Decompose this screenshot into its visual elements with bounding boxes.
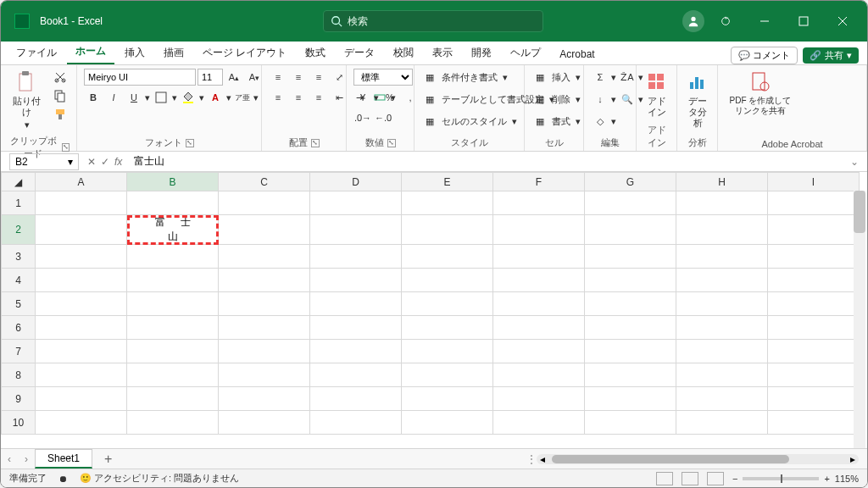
sheet-tab[interactable]: Sheet1: [35, 449, 92, 469]
find-button[interactable]: 🔍: [618, 91, 637, 108]
zoom-in-button[interactable]: +: [824, 474, 829, 484]
normal-view-button[interactable]: [656, 472, 673, 485]
tab-draw[interactable]: 描画: [155, 42, 192, 64]
data-analysis-button[interactable]: データ分析: [684, 69, 711, 131]
tab-view[interactable]: 表示: [424, 42, 461, 64]
row-header[interactable]: 9: [2, 387, 36, 411]
autosum-button[interactable]: Σ: [591, 69, 609, 86]
account-icon[interactable]: [682, 10, 704, 32]
tab-acrobat[interactable]: Acrobat: [551, 44, 603, 64]
align-center-button[interactable]: ≡: [289, 89, 308, 106]
currency-button[interactable]: ¥: [353, 89, 372, 106]
tab-pagelayout[interactable]: ページ レイアウト: [194, 42, 295, 64]
percent-button[interactable]: %: [381, 89, 399, 106]
close-button[interactable]: [825, 8, 860, 35]
select-all-corner[interactable]: ◢: [2, 173, 36, 191]
align-top-button[interactable]: ≡: [269, 69, 287, 86]
col-header[interactable]: I: [768, 173, 860, 191]
col-header[interactable]: B: [127, 173, 219, 191]
create-pdf-button[interactable]: PDF を作成してリンクを共有: [725, 69, 796, 118]
col-header[interactable]: F: [493, 173, 585, 191]
align-right-button[interactable]: ≡: [309, 89, 328, 106]
row-header[interactable]: 1: [2, 191, 36, 215]
increase-font-button[interactable]: A▴: [225, 69, 243, 86]
cancel-formula-button[interactable]: ✕: [87, 156, 96, 168]
phonetic-button[interactable]: ア亜: [233, 89, 252, 106]
zoom-level[interactable]: 115%: [835, 474, 859, 484]
row-header[interactable]: 8: [2, 363, 36, 387]
row-header[interactable]: 4: [2, 269, 36, 292]
tab-data[interactable]: データ: [336, 42, 383, 64]
tab-developer[interactable]: 開発: [463, 42, 500, 64]
row-header[interactable]: 5: [2, 292, 36, 316]
sort-filter-button[interactable]: ẐA: [618, 69, 637, 86]
number-dialog-icon[interactable]: ⤡: [387, 139, 396, 147]
row-header[interactable]: 10: [2, 411, 36, 435]
font-name-select[interactable]: [84, 69, 196, 86]
zoom-out-button[interactable]: −: [732, 474, 737, 484]
fill-button[interactable]: ↓: [591, 91, 609, 108]
row-header[interactable]: 6: [2, 316, 36, 340]
delete-cells-button[interactable]: ▦削除 ▾: [531, 91, 582, 108]
zoom-slider[interactable]: [743, 477, 819, 480]
align-dialog-icon[interactable]: ⤡: [311, 139, 320, 147]
conditional-formatting-button[interactable]: ▦条件付き書式 ▾: [421, 69, 509, 86]
vertical-scrollbar[interactable]: [854, 191, 865, 448]
sheet-nav-next[interactable]: ›: [18, 453, 35, 465]
tab-home[interactable]: ホーム: [67, 40, 114, 64]
format-cells-button[interactable]: ▦書式 ▾: [531, 113, 582, 130]
add-sheet-button[interactable]: +: [92, 452, 124, 467]
addin-button[interactable]: アドイン: [643, 69, 670, 119]
insert-cells-button[interactable]: ▦挿入 ▾: [531, 69, 582, 86]
col-header[interactable]: E: [402, 173, 493, 191]
formula-input[interactable]: 富士山: [127, 154, 842, 169]
col-header[interactable]: D: [310, 173, 402, 191]
col-header[interactable]: A: [36, 173, 127, 191]
sheet-nav-prev[interactable]: ‹: [1, 453, 18, 465]
enter-formula-button[interactable]: ✓: [101, 156, 109, 168]
fill-color-button[interactable]: [179, 89, 198, 106]
row-header[interactable]: 7: [2, 340, 36, 363]
bold-button[interactable]: B: [84, 89, 103, 106]
clear-button[interactable]: ◇: [591, 113, 609, 130]
format-painter-button[interactable]: [51, 106, 70, 123]
page-layout-view-button[interactable]: [682, 472, 698, 485]
align-left-button[interactable]: ≡: [269, 89, 287, 106]
border-button[interactable]: [152, 89, 170, 106]
search-box[interactable]: 検索: [323, 10, 543, 32]
indent-dec-button[interactable]: ⇤: [330, 89, 348, 106]
tab-file[interactable]: ファイル: [8, 42, 65, 64]
page-break-view-button[interactable]: [707, 472, 724, 485]
paste-button[interactable]: 貼り付け ▾: [8, 69, 46, 133]
cell-b2[interactable]: 富士山: [127, 215, 219, 245]
col-header[interactable]: C: [219, 173, 310, 191]
help-icon[interactable]: [708, 8, 743, 35]
horizontal-scrollbar[interactable]: ◂▸: [537, 454, 859, 464]
align-bottom-button[interactable]: ≡: [309, 69, 328, 86]
maximize-button[interactable]: [786, 8, 821, 35]
row-header[interactable]: 2: [2, 215, 36, 245]
expand-formula-icon[interactable]: ⌄: [842, 156, 867, 168]
decrease-font-button[interactable]: A▾: [245, 69, 264, 86]
italic-button[interactable]: I: [104, 89, 123, 106]
col-header[interactable]: H: [676, 173, 768, 191]
col-header[interactable]: G: [585, 173, 676, 191]
number-format-select[interactable]: 標準: [353, 69, 413, 86]
tab-review[interactable]: 校閲: [385, 42, 422, 64]
accessibility-status[interactable]: 🙂 アクセシビリティ: 問題ありません: [80, 472, 239, 485]
underline-button[interactable]: U: [125, 89, 143, 106]
inc-decimal-button[interactable]: .0→: [353, 109, 372, 126]
clipboard-dialog-icon[interactable]: ⤡: [62, 143, 70, 152]
row-header[interactable]: 3: [2, 245, 36, 269]
macro-rec-icon[interactable]: ⏺: [58, 474, 68, 484]
dec-decimal-button[interactable]: ←.0: [374, 109, 392, 126]
name-box[interactable]: B2▾: [9, 153, 79, 170]
share-button[interactable]: 🔗 共有 ▾: [803, 47, 859, 64]
zoom-control[interactable]: − + 115%: [732, 474, 859, 484]
tab-formulas[interactable]: 数式: [297, 42, 334, 64]
font-size-select[interactable]: [198, 69, 223, 86]
minimize-button[interactable]: [747, 8, 782, 35]
tab-insert[interactable]: 挿入: [116, 42, 153, 64]
font-color-button[interactable]: A: [206, 89, 225, 106]
cut-button[interactable]: [51, 69, 70, 86]
